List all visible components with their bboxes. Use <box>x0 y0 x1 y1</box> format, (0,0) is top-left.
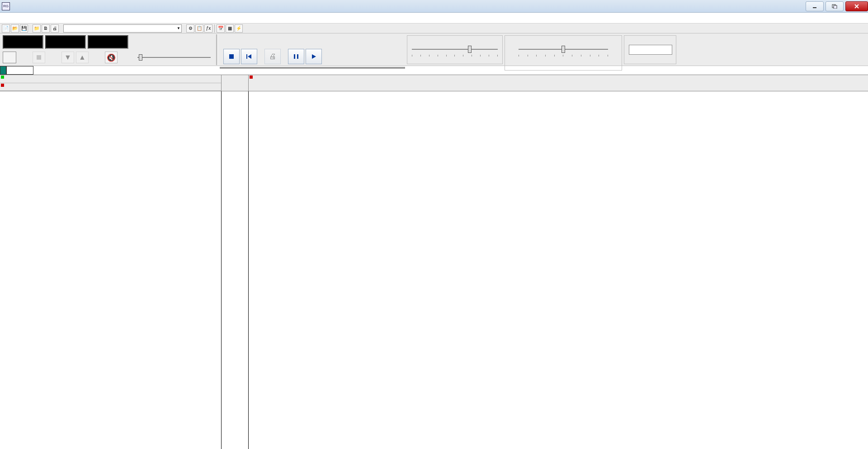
rewind-button[interactable] <box>241 49 257 64</box>
replay-panel: 🖨 <box>220 34 405 69</box>
svg-marker-10 <box>312 54 316 59</box>
stop-square-button[interactable] <box>33 52 45 63</box>
status-bar <box>0 66 868 75</box>
svg-marker-7 <box>248 54 251 59</box>
on-off-button[interactable] <box>3 52 16 63</box>
vdl-contrast-slider[interactable] <box>519 45 608 54</box>
menu-bar <box>0 13 868 24</box>
cable-readout <box>45 35 86 49</box>
depth-track <box>222 91 249 449</box>
arrow-down-button[interactable]: ▼ <box>61 52 74 63</box>
toolbar-print-icon[interactable]: 🖨 <box>51 24 59 33</box>
left-track <box>0 91 222 449</box>
arrow-up-button[interactable]: ▲ <box>76 52 89 63</box>
toolbar-open-icon[interactable]: 📂 <box>11 24 19 33</box>
depth-track-header <box>222 75 249 91</box>
svg-rect-2 <box>834 5 837 9</box>
stop-button[interactable] <box>223 49 240 64</box>
right-track-header <box>249 75 868 91</box>
menu-info[interactable] <box>29 17 38 19</box>
toolbar-fx-icon[interactable]: ƒx <box>204 24 212 33</box>
toolbar-new-icon[interactable]: 📄 <box>2 24 10 33</box>
log-header <box>0 75 868 91</box>
speed-readout <box>88 35 128 49</box>
close-button[interactable] <box>845 1 868 11</box>
left-track-header <box>0 75 222 91</box>
replay-speed-group <box>407 35 503 64</box>
toolbar-calendar-icon[interactable]: 📅 <box>217 24 225 33</box>
ccl-header <box>0 75 221 83</box>
minimize-button[interactable] <box>806 1 824 11</box>
depth-readout <box>3 35 43 49</box>
toolbar-config-icon[interactable]: ⚙ <box>186 24 194 33</box>
toolbar-save-icon[interactable]: 💾 <box>20 24 28 33</box>
tool-selector-combo[interactable]: ▼ <box>63 24 182 33</box>
separator <box>216 34 218 65</box>
porosity-track <box>249 91 868 449</box>
annotation-group <box>624 35 676 64</box>
menu-file[interactable] <box>2 17 11 19</box>
toolbar-grid-icon[interactable]: ▦ <box>226 24 234 33</box>
porosity-header <box>249 75 868 91</box>
menu-view[interactable] <box>20 17 29 19</box>
app-icon: RG <box>2 2 10 10</box>
toolbar-print-preview-icon[interactable]: 🗎 <box>42 24 50 33</box>
chevron-down-icon: ▼ <box>177 26 180 30</box>
replay-caption <box>220 67 405 69</box>
winch-control-label <box>0 66 6 75</box>
title-bar: RG <box>0 0 868 13</box>
svg-rect-6 <box>246 54 247 59</box>
svg-rect-8 <box>294 54 295 59</box>
svg-rect-9 <box>297 54 298 59</box>
mute-button[interactable]: 🔇 <box>105 52 118 63</box>
maximize-button[interactable] <box>826 1 844 11</box>
play-button[interactable] <box>306 49 322 64</box>
log-body <box>0 91 868 449</box>
svg-rect-5 <box>229 54 234 59</box>
menu-tools[interactable] <box>11 17 20 19</box>
toolbar-bolt-icon[interactable]: ⚡ <box>235 24 243 33</box>
toolbar-copy-icon[interactable]: 📋 <box>195 24 203 33</box>
replay-speed-slider[interactable] <box>412 45 498 54</box>
print-replay-button[interactable]: 🖨 <box>264 49 281 64</box>
annotation-input[interactable] <box>629 45 672 55</box>
readout-row: ▼ ▲ 🔇 🖨 <box>0 33 868 66</box>
vdl-contrast-group <box>505 35 622 71</box>
winch-speed-slider[interactable] <box>134 52 214 63</box>
ng-header <box>0 83 221 91</box>
pause-button[interactable] <box>288 49 304 64</box>
toolbar: 📄 📂 💾 📁 🗎 🖨 ▼ ⚙ 📋 ƒx 📅 ▦ ⚡ <box>0 24 868 33</box>
ready-label <box>6 66 33 75</box>
toolbar-folder-icon[interactable]: 📁 <box>33 24 41 33</box>
